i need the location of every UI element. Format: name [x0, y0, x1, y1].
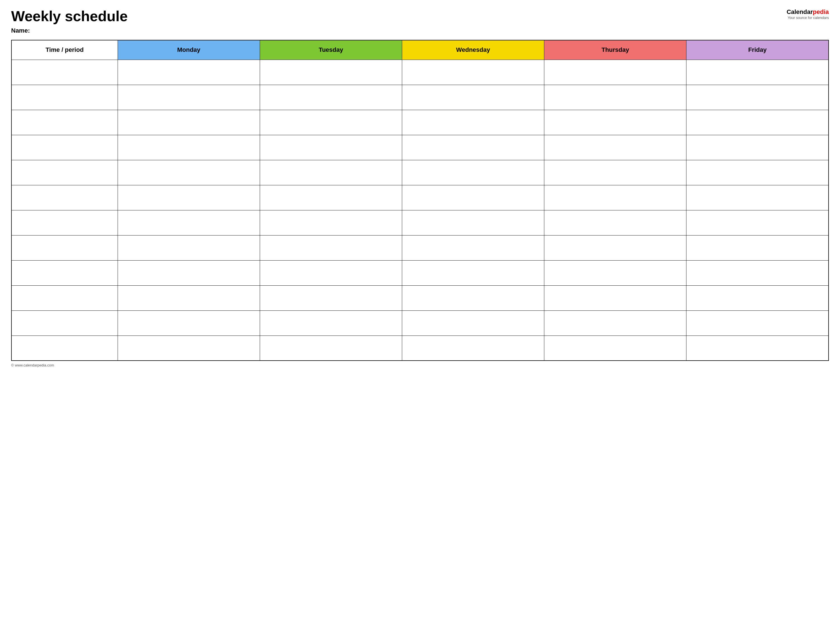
table-cell[interactable] [402, 110, 544, 135]
table-cell[interactable] [402, 285, 544, 311]
schedule-table: Time / period Monday Tuesday Wednesday T… [11, 40, 829, 361]
table-cell[interactable] [402, 60, 544, 85]
table-cell[interactable] [260, 110, 402, 135]
table-cell[interactable] [402, 235, 544, 260]
table-cell[interactable] [544, 311, 687, 336]
table-cell[interactable] [687, 336, 829, 361]
table-cell[interactable] [687, 285, 829, 311]
table-cell[interactable] [118, 210, 260, 235]
table-cell[interactable] [260, 260, 402, 285]
table-cell[interactable] [260, 135, 402, 160]
table-cell[interactable] [260, 60, 402, 85]
table-cell[interactable] [687, 235, 829, 260]
table-row [11, 210, 829, 235]
table-cell[interactable] [11, 311, 118, 336]
logo-pedia: pedia [813, 8, 829, 15]
logo-area: Calendarpedia Your source for calendars [786, 8, 829, 20]
title-area: Weekly schedule Name: [11, 8, 781, 34]
table-cell[interactable] [544, 185, 687, 210]
table-cell[interactable] [260, 336, 402, 361]
table-cell[interactable] [402, 135, 544, 160]
table-cell[interactable] [118, 235, 260, 260]
table-cell[interactable] [402, 85, 544, 110]
table-cell[interactable] [402, 210, 544, 235]
table-cell[interactable] [11, 285, 118, 311]
table-row [11, 110, 829, 135]
table-row [11, 160, 829, 185]
table-cell[interactable] [118, 336, 260, 361]
table-cell[interactable] [11, 85, 118, 110]
table-cell[interactable] [118, 160, 260, 185]
table-row [11, 235, 829, 260]
col-header-thursday: Thursday [544, 40, 687, 60]
table-cell[interactable] [11, 260, 118, 285]
table-cell[interactable] [260, 160, 402, 185]
table-cell[interactable] [118, 110, 260, 135]
table-cell[interactable] [260, 235, 402, 260]
col-header-friday: Friday [687, 40, 829, 60]
table-row [11, 185, 829, 210]
logo-text: Calendarpedia [786, 8, 829, 16]
table-cell[interactable] [687, 210, 829, 235]
table-cell[interactable] [11, 210, 118, 235]
table-cell[interactable] [118, 185, 260, 210]
table-cell[interactable] [118, 85, 260, 110]
table-row [11, 311, 829, 336]
table-cell[interactable] [544, 260, 687, 285]
table-cell[interactable] [118, 285, 260, 311]
table-cell[interactable] [687, 160, 829, 185]
col-header-wednesday: Wednesday [402, 40, 544, 60]
col-header-monday: Monday [118, 40, 260, 60]
table-cell[interactable] [687, 185, 829, 210]
page-title: Weekly schedule [11, 8, 781, 24]
table-cell[interactable] [11, 60, 118, 85]
table-cell[interactable] [687, 135, 829, 160]
table-cell[interactable] [11, 336, 118, 361]
table-cell[interactable] [544, 85, 687, 110]
col-header-tuesday: Tuesday [260, 40, 402, 60]
table-cell[interactable] [687, 260, 829, 285]
table-cell[interactable] [260, 210, 402, 235]
table-cell[interactable] [544, 285, 687, 311]
table-cell[interactable] [11, 110, 118, 135]
table-cell[interactable] [402, 336, 544, 361]
table-cell[interactable] [687, 85, 829, 110]
table-cell[interactable] [544, 210, 687, 235]
table-cell[interactable] [260, 85, 402, 110]
table-cell[interactable] [402, 260, 544, 285]
table-cell[interactable] [544, 60, 687, 85]
table-cell[interactable] [687, 311, 829, 336]
col-header-time: Time / period [11, 40, 118, 60]
table-cell[interactable] [544, 336, 687, 361]
table-cell[interactable] [11, 235, 118, 260]
table-cell[interactable] [402, 160, 544, 185]
table-cell[interactable] [260, 185, 402, 210]
footer-url: © www.calendarpedia.com [11, 363, 54, 367]
table-cell[interactable] [687, 60, 829, 85]
table-cell[interactable] [402, 311, 544, 336]
header: Weekly schedule Name: Calendarpedia Your… [11, 8, 829, 34]
table-cell[interactable] [11, 135, 118, 160]
table-cell[interactable] [402, 185, 544, 210]
table-cell[interactable] [260, 285, 402, 311]
table-cell[interactable] [544, 135, 687, 160]
table-cell[interactable] [544, 235, 687, 260]
table-row [11, 285, 829, 311]
table-cell[interactable] [118, 260, 260, 285]
table-cell[interactable] [118, 135, 260, 160]
page-container: Weekly schedule Name: Calendarpedia Your… [11, 8, 829, 367]
table-cell[interactable] [118, 311, 260, 336]
table-header-row: Time / period Monday Tuesday Wednesday T… [11, 40, 829, 60]
table-row [11, 60, 829, 85]
table-cell[interactable] [687, 110, 829, 135]
table-cell[interactable] [544, 160, 687, 185]
table-row [11, 135, 829, 160]
table-cell[interactable] [118, 60, 260, 85]
table-row [11, 336, 829, 361]
table-cell[interactable] [11, 185, 118, 210]
table-cell[interactable] [260, 311, 402, 336]
logo-tagline: Your source for calendars [786, 16, 829, 20]
table-cell[interactable] [544, 110, 687, 135]
table-cell[interactable] [11, 160, 118, 185]
name-label: Name: [11, 27, 781, 34]
